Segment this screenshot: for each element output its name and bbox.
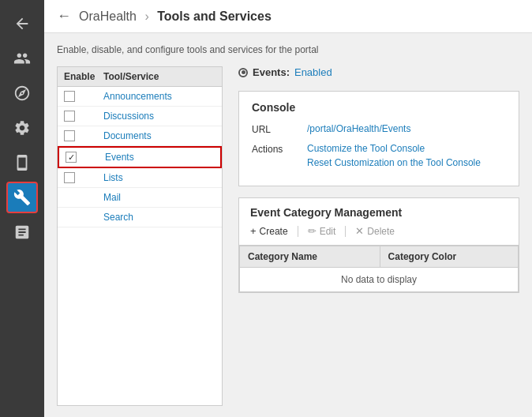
col-enable-header: Enable	[64, 71, 103, 82]
category-toolbar: + Create ✏ Edit ✕ Delete	[250, 225, 508, 237]
checkbox-events[interactable]	[66, 152, 77, 163]
edit-icon: ✏	[308, 225, 317, 237]
sidebar-item-users[interactable]	[6, 43, 38, 74]
sidebar-item-settings[interactable]	[6, 112, 38, 144]
customize-link[interactable]: Customize the Tool Console	[307, 143, 481, 154]
checkbox-documents[interactable]	[64, 130, 75, 141]
tool-name-lists[interactable]: Lists	[103, 172, 215, 183]
console-section: Console URL /portal/OraHealth/Events Act…	[238, 91, 519, 186]
tool-name-search[interactable]: Search	[103, 212, 133, 223]
url-value: /portal/OraHealth/Events	[307, 123, 410, 134]
checkbox-announcements[interactable]	[64, 91, 75, 102]
category-header-bar: Event Category Management + Create ✏ Edi…	[239, 198, 519, 246]
no-data-cell: No data to display	[240, 268, 519, 292]
category-section-title: Event Category Management	[250, 206, 508, 219]
content-area: Enable, disable, and configure tools and…	[44, 33, 532, 417]
create-icon: +	[250, 225, 257, 237]
category-table: Category Name Category Color No data to …	[239, 246, 519, 292]
radio-events[interactable]	[238, 68, 248, 77]
tool-item-lists: Lists	[58, 168, 222, 188]
col-tool-header: Tool/Service	[103, 71, 215, 82]
sidebar-item-back[interactable]	[6, 8, 38, 39]
back-button[interactable]: ←	[57, 8, 71, 24]
page-description: Enable, disable, and configure tools and…	[57, 44, 519, 55]
sidebar-item-device[interactable]	[6, 147, 38, 178]
category-management-section: Event Category Management + Create ✏ Edi…	[238, 197, 519, 293]
checkbox-discussions[interactable]	[64, 111, 75, 122]
tool-list-header: Enable Tool/Service	[58, 67, 222, 87]
sidebar	[0, 0, 44, 417]
page-title: Tools and Services	[157, 9, 272, 23]
tool-item-discussions: Discussions	[58, 107, 222, 126]
portal-name: OraHealth	[79, 9, 137, 23]
sidebar-item-tools[interactable]	[6, 182, 38, 213]
tool-item-events: Events	[58, 146, 222, 168]
col-category-color: Category Color	[380, 246, 518, 268]
events-status: Enabled	[294, 66, 332, 78]
tool-name-announcements[interactable]: Announcements	[103, 91, 215, 102]
tool-name-documents[interactable]: Documents	[103, 130, 215, 141]
sidebar-item-reports[interactable]	[6, 216, 38, 248]
two-panel-layout: Enable Tool/Service Announcements Discus…	[57, 66, 519, 406]
tool-item-mail: Mail	[58, 188, 222, 208]
delete-button[interactable]: ✕ Delete	[355, 225, 395, 237]
actions-links: Customize the Tool Console Reset Customi…	[307, 143, 481, 168]
checkbox-lists[interactable]	[64, 172, 75, 183]
console-title: Console	[252, 101, 506, 114]
tool-list-panel: Enable Tool/Service Announcements Discus…	[57, 66, 223, 406]
edit-label: Edit	[320, 226, 336, 237]
toolbar-separator-2	[345, 226, 346, 237]
url-row: URL /portal/OraHealth/Events	[252, 123, 506, 135]
main-content: ← OraHealth › Tools and Services Enable,…	[44, 0, 532, 417]
sidebar-item-compass[interactable]	[6, 77, 38, 109]
toolbar-separator-1	[298, 226, 298, 237]
edit-button[interactable]: ✏ Edit	[308, 225, 336, 237]
col-category-name: Category Name	[240, 246, 380, 268]
breadcrumb-separator: ›	[144, 9, 148, 23]
events-label: Events:	[253, 66, 290, 78]
events-status-row: Events: Enabled	[238, 66, 519, 78]
create-label: Create	[260, 226, 288, 237]
tool-name-mail[interactable]: Mail	[103, 192, 121, 203]
page-header: ← OraHealth › Tools and Services	[44, 0, 532, 33]
tool-name-events[interactable]: Events	[105, 152, 214, 163]
delete-label: Delete	[367, 226, 395, 237]
tool-name-discussions[interactable]: Discussions	[103, 111, 215, 122]
url-label: URL	[252, 123, 307, 135]
actions-row: Actions Customize the Tool Console Reset…	[252, 143, 506, 168]
actions-label: Actions	[252, 143, 307, 155]
tool-item-announcements: Announcements	[58, 87, 222, 107]
table-row-empty: No data to display	[240, 268, 519, 292]
create-button[interactable]: + Create	[250, 225, 288, 237]
right-panel: Events: Enabled Console URL /portal/OraH…	[223, 66, 519, 406]
delete-icon: ✕	[355, 225, 364, 237]
tool-item-documents: Documents	[58, 126, 222, 146]
breadcrumb: OraHealth › Tools and Services	[79, 9, 272, 24]
reset-link[interactable]: Reset Customization on the Tool Console	[307, 157, 481, 168]
tool-item-search: Search	[58, 208, 222, 227]
